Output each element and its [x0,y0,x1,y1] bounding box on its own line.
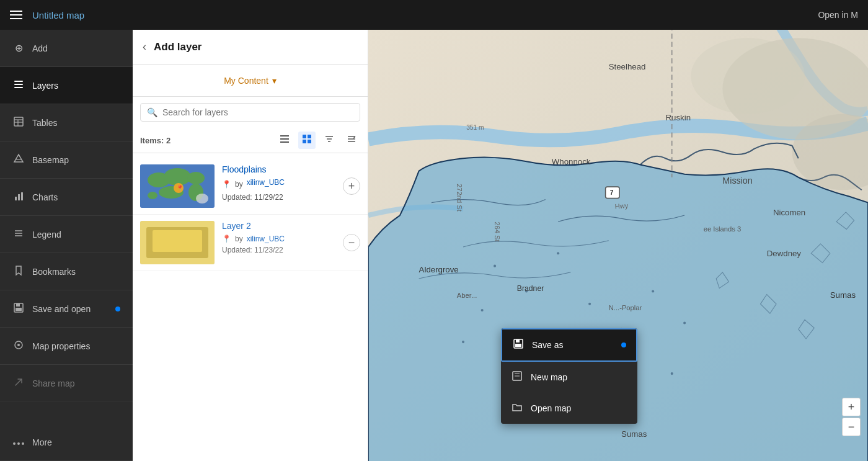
svg-point-40 [187,172,205,184]
sidebar-item-bookmarks-label: Bookmarks [32,267,76,277]
svg-text:Sumas: Sumas [621,429,647,439]
search-input[interactable] [162,107,353,117]
new-map-icon [511,370,523,384]
layer-card-2[interactable]: Layer 2 📍 by xilinw_UBC Updated: 11/23/2… [133,215,368,271]
sidebar-item-save-label: Save and open [32,304,91,314]
map-props-icon [12,339,25,353]
svg-text:ee Islands 3: ee Islands 3 [704,225,742,233]
more-icon [12,437,25,448]
add-icon: ⊕ [12,42,25,54]
layer-info: Floodplains 📍 by xilinw_UBC Updated: 11/… [222,164,360,202]
add-layer-panel: ‹ Add layer My Content ▾ 🔍 Items: 2 [133,30,368,461]
svg-point-62 [462,341,464,343]
sidebar-item-tables-label: Tables [32,118,57,128]
svg-rect-2 [14,87,23,88]
svg-rect-11 [21,192,23,200]
svg-point-20 [13,442,16,445]
svg-rect-92 [515,344,521,347]
sidebar-item-legend[interactable]: Legend [0,216,133,253]
sidebar-item-basemap[interactable]: Basemap [0,141,133,179]
layer-thumbnail-2 [140,221,215,264]
svg-text:Aldergrove: Aldergrove [419,265,459,274]
dropdown-save-as[interactable]: Save as [501,328,637,362]
svg-point-22 [22,442,24,445]
svg-point-57 [481,309,484,311]
legend-icon [12,228,25,241]
my-content-button[interactable]: My Content ▾ [216,71,284,91]
sidebar-item-more[interactable]: More [0,424,133,461]
sidebar-item-layers-label: Layers [32,81,58,91]
sidebar-item-bookmarks[interactable]: Bookmarks [0,253,133,290]
svg-point-39 [164,168,191,186]
layer-by-text-2: by [235,235,243,243]
add-layer-2-button[interactable]: − [343,234,360,251]
dropdown-open-map[interactable]: Open map [501,393,637,424]
sidebar-item-charts-label: Charts [32,192,58,202]
sidebar-item-save[interactable]: Save and open [0,290,133,328]
menu-button[interactable] [10,11,22,19]
svg-point-61 [683,321,686,324]
svg-rect-16 [16,303,20,307]
svg-rect-49 [153,230,202,252]
bookmarks-icon [12,265,25,279]
layer-name: Floodplains [222,164,360,174]
svg-point-43 [148,192,157,199]
svg-text:Ruskin: Ruskin [666,113,691,122]
svg-point-58 [588,303,591,305]
svg-text:Hwy: Hwy [614,202,629,210]
svg-text:Dewdney: Dewdney [767,249,802,258]
map-area[interactable]: Steelhead Ruskin Whonnock Mission Nicome… [368,30,868,461]
grid-view-button[interactable] [298,132,316,149]
svg-text:Bradner: Bradner [517,284,544,293]
save-open-icon [12,302,25,316]
svg-text:Sumas: Sumas [830,290,856,300]
panel-back-button[interactable]: ‹ [143,40,146,53]
svg-rect-24 [280,138,289,140]
sidebar-item-charts[interactable]: Charts [0,179,133,216]
sidebar: ⊕ Add Layers Tables [0,30,133,461]
svg-rect-29 [308,140,311,143]
layer-author-icon-2: 📍 [222,235,231,243]
svg-rect-91 [516,339,520,342]
add-layer-button[interactable]: + [343,177,360,195]
svg-rect-0 [14,81,23,82]
basemap-icon [12,153,25,167]
layer-author-icon: 📍 [222,180,231,189]
svg-point-60 [652,290,654,292]
sort-button[interactable] [343,132,360,149]
dropdown-new-map[interactable]: New map [501,362,637,393]
svg-rect-27 [308,135,311,138]
save-as-icon [512,338,525,352]
panel-title: Add layer [154,41,202,53]
svg-text:272nd St: 272nd St [456,184,463,212]
zoom-out-button[interactable]: − [842,418,861,436]
layer-author: xilinw_UBC [247,178,285,187]
sidebar-item-map-props[interactable]: Map properties [0,328,133,365]
filter-button[interactable] [321,132,338,149]
zoom-in-button[interactable]: + [842,398,861,416]
sidebar-item-more-label: More [32,437,52,447]
open-in-label[interactable]: Open in M [818,10,858,20]
layer-name-2: Layer 2 [222,221,360,231]
layer-card-inner-2: Layer 2 📍 by xilinw_UBC Updated: 11/23/2… [140,221,360,264]
share-icon [12,377,25,390]
sidebar-item-add-label: Add [32,43,48,53]
svg-point-53 [691,38,805,114]
list-view-button[interactable] [276,132,293,149]
zoom-controls: + − [842,398,861,436]
open-map-icon [511,401,523,415]
layer-list: 📍 Floodplains 📍 by xilinw_UBC Updated: 1… [133,153,368,461]
svg-text:351 m: 351 m [466,124,484,131]
sidebar-item-layers[interactable]: Layers [0,67,133,104]
items-bar: Items: 2 [133,128,368,153]
sidebar-item-add[interactable]: ⊕ Add [0,30,133,67]
svg-text:Steelhead: Steelhead [609,62,646,71]
sidebar-item-tables[interactable]: Tables [0,104,133,141]
content-filter: My Content ▾ [133,65,368,97]
layer-updated-2: Updated: 11/23/22 [222,246,360,254]
layer-info-2: Layer 2 📍 by xilinw_UBC Updated: 11/23/2… [222,221,360,254]
svg-text:Mission: Mission [722,176,752,186]
my-content-label: My Content [224,76,268,86]
items-count: Items: 2 [140,136,271,145]
layer-card-floodplains[interactable]: 📍 Floodplains 📍 by xilinw_UBC Updated: 1… [133,158,368,215]
